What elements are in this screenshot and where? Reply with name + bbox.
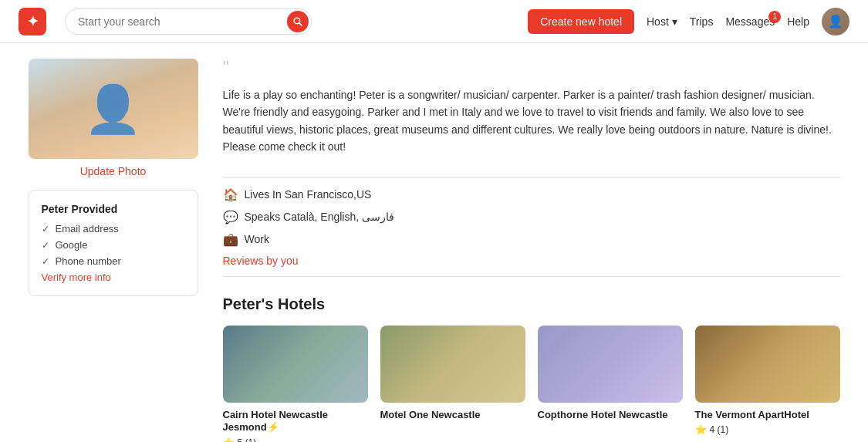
help-nav-item[interactable]: Help [787,15,809,28]
provided-title: Peter Provided [42,203,185,215]
rating-value-4: 4 (1) [710,424,729,435]
hotel-image-2 [380,326,525,403]
hotel-photo-4 [695,326,840,403]
host-nav-item[interactable]: Host ▾ [647,15,677,28]
hotel-card-2[interactable]: Motel One Newcastle [380,326,525,442]
logo[interactable]: ✦ [19,8,46,35]
hotel-photo-3 [538,326,683,403]
bio-text: Life is a play so enchanting! Peter is a… [223,80,840,168]
check-icon: ✓ [42,256,49,267]
quote-icon: " [223,59,840,77]
divider-2 [223,276,840,277]
hotel-card-4[interactable]: The Vermont ApartHotel ⭐ 4 (1) [695,326,840,442]
messages-nav-item[interactable]: Messages 1 [725,15,775,28]
google-label: Google [56,239,88,251]
google-provided-item: ✓ Google [42,239,185,251]
reviews-link[interactable]: Reviews by you [223,255,840,267]
update-photo-link[interactable]: Update Photo [29,165,198,177]
chevron-down-icon: ▾ [672,15,677,28]
avatar[interactable]: 👤 [822,8,849,35]
hotel-card-1[interactable]: Cairn Hotel Newcastle Jesmond⚡ ⭐ 5 (1) [223,326,368,442]
divider-1 [223,177,840,178]
header: ✦ Create new hotel Host ▾ Trips Messages… [0,0,868,43]
hotel-card-3[interactable]: Copthorne Hotel Newcastle [538,326,683,442]
search-container [65,8,312,35]
rating-value-1: 5 (1) [238,437,257,442]
email-provided-item: ✓ Email address [42,223,185,234]
hotels-section: Peter's Hotels Cairn Hotel Newcastle Jes… [223,295,840,442]
hotels-title: Peter's Hotels [223,295,840,313]
work-icon: 💼 [223,232,238,247]
messages-badge: 1 [768,11,781,23]
star-icon-1: ⭐ [223,437,235,442]
search-icon [293,17,302,26]
work-row: 💼 Work [223,232,840,247]
header-nav: Create new hotel Host ▾ Trips Messages 1… [528,8,849,35]
sidebar: 👤 Update Photo Peter Provided ✓ Email ad… [29,59,198,442]
hotel-name-3: Copthorne Hotel Newcastle [538,409,683,422]
profile-photo-container: 👤 [29,59,198,159]
search-input[interactable] [65,8,312,35]
hotel-image-4 [695,326,840,403]
hotel-rating-1: ⭐ 5 (1) [223,437,368,442]
work-text: Work [245,233,269,245]
hotel-image-3 [538,326,683,403]
location-icon: 🏠 [223,187,238,202]
hotel-photo-2 [380,326,525,403]
provided-card: Peter Provided ✓ Email address ✓ Google … [29,190,198,296]
main-layout: 👤 Update Photo Peter Provided ✓ Email ad… [10,43,859,442]
email-label: Email address [56,223,119,234]
main-content: " Life is a play so enchanting! Peter is… [223,59,840,442]
languages-row: 💬 Speaks Català, English, فارسی [223,210,840,224]
hotel-rating-4: ⭐ 4 (1) [695,424,840,435]
languages-text: Speaks Català, English, فارسی [245,211,395,223]
location-row: 🏠 Lives In San Francisco,US [223,187,840,202]
hotel-image-1 [223,326,368,403]
hotel-name-2: Motel One Newcastle [380,409,525,422]
star-icon-4: ⭐ [695,424,707,435]
search-button[interactable] [287,11,309,32]
person-image: 👤 [84,82,142,137]
hotels-grid: Cairn Hotel Newcastle Jesmond⚡ ⭐ 5 (1) M… [223,326,840,442]
hotel-name-1: Cairn Hotel Newcastle Jesmond⚡ [223,409,368,435]
verify-more-info-link[interactable]: Verify more info [42,272,185,283]
hotel-name-4: The Vermont ApartHotel [695,409,840,422]
phone-provided-item: ✓ Phone number [42,255,185,267]
phone-label: Phone number [56,255,121,267]
profile-photo: 👤 [29,59,198,159]
svg-line-1 [299,22,302,25]
check-icon: ✓ [42,240,49,251]
avatar-image: 👤 [822,8,849,35]
hotel-photo-1 [223,326,368,403]
check-icon: ✓ [42,224,49,234]
speech-icon: 💬 [223,210,238,224]
trips-nav-item[interactable]: Trips [690,15,714,28]
create-hotel-button[interactable]: Create new hotel [528,9,634,34]
location-text: Lives In San Francisco,US [245,188,372,201]
